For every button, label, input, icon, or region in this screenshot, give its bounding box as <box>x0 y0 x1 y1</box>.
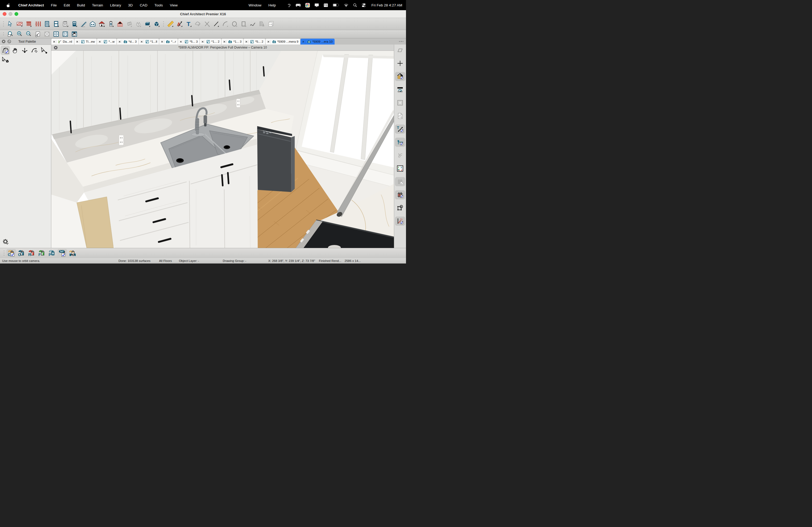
hearing-icon[interactable] <box>287 3 291 7</box>
control-center-icon[interactable] <box>362 3 366 7</box>
tab-camera-2[interactable]: *...r <box>159 39 178 45</box>
tab-close-icon[interactable] <box>76 40 79 44</box>
status-floors[interactable]: All Floors <box>159 259 172 262</box>
temp-dimensions-icon[interactable]: T <box>395 124 405 134</box>
tab-close-icon[interactable] <box>118 40 122 44</box>
door-tool[interactable] <box>42 19 52 29</box>
close-window-button[interactable] <box>3 12 6 16</box>
tab-layout-2[interactable]: *...w <box>97 39 117 45</box>
soffit-tool[interactable] <box>143 19 152 29</box>
layout-sheet-icon[interactable] <box>395 46 405 55</box>
tab-layout-3[interactable]: *1...ll <box>139 39 160 45</box>
menu-item-3d[interactable]: 3D <box>125 3 136 7</box>
zoom-out[interactable] <box>24 31 33 37</box>
wifi-icon[interactable] <box>344 3 349 7</box>
window-tool[interactable] <box>52 19 61 29</box>
outline-render-button[interactable]: O <box>17 249 26 258</box>
minimize-window-button[interactable] <box>9 12 12 16</box>
skylight-tool[interactable] <box>106 19 115 29</box>
search-icon[interactable] <box>353 3 357 7</box>
toolbar-drag-handle[interactable] <box>3 21 4 27</box>
tab-layout-6[interactable]: *5... 2 <box>244 39 265 45</box>
wall-tool[interactable] <box>15 19 24 29</box>
tab-layout-5[interactable]: *1... 2 <box>200 39 221 45</box>
elevation-view-tool[interactable] <box>257 19 266 29</box>
tab-layout-1[interactable]: Tl...ew <box>74 39 97 45</box>
status-object-layer[interactable]: Object Layer: - <box>179 259 199 262</box>
chrome-icon[interactable] <box>305 3 310 7</box>
arc-tool[interactable] <box>221 19 230 29</box>
tab-close-icon[interactable] <box>53 40 56 44</box>
tab-close-icon[interactable] <box>302 40 306 44</box>
select-tool[interactable] <box>6 19 15 29</box>
cad-detail-tool[interactable]: CAD <box>266 19 276 29</box>
delete-temp-dimensions-icon[interactable] <box>395 138 405 147</box>
palette-close-icon[interactable] <box>2 40 6 44</box>
line-tool[interactable] <box>212 19 221 29</box>
spline-tool[interactable] <box>248 19 257 29</box>
orbit-camera-tool[interactable] <box>1 46 10 55</box>
angle-snaps-icon[interactable] <box>395 216 405 226</box>
toolbar-drag-handle-2[interactable] <box>3 32 4 36</box>
fixture-tool[interactable] <box>70 19 79 29</box>
tab-plan-dashboard[interactable]: Da...rd <box>51 39 74 45</box>
viewport-3d-canvas[interactable] <box>51 51 394 248</box>
rebuild-3d-icon[interactable] <box>395 85 405 94</box>
pan-tool[interactable] <box>10 46 19 55</box>
apple-menu-icon[interactable] <box>6 3 10 7</box>
preview-render-button[interactable]: P <box>47 249 57 258</box>
circle-tool[interactable] <box>230 19 239 29</box>
tab-close-icon[interactable] <box>140 40 144 44</box>
railing-tool[interactable] <box>24 19 33 29</box>
menu-item-file[interactable]: File <box>47 3 60 7</box>
zoom-window-button[interactable] <box>14 12 18 16</box>
tilt-tool[interactable] <box>30 46 39 55</box>
terrain-tool[interactable] <box>125 19 134 29</box>
expand-view[interactable] <box>61 31 70 37</box>
menu-clock[interactable]: Fri Feb 28 4:27 AM <box>371 3 402 7</box>
framing-tool[interactable] <box>115 19 125 29</box>
menu-item-tools[interactable]: Tools <box>151 3 166 7</box>
fill-window[interactable] <box>52 31 61 37</box>
red-line-render-button[interactable]: R <box>27 249 37 258</box>
display-icon[interactable] <box>315 3 319 7</box>
spray-apply-button[interactable] <box>68 249 77 258</box>
battery-icon[interactable] <box>333 3 339 7</box>
cabinet-tool[interactable] <box>61 19 70 29</box>
plant-tool[interactable] <box>134 19 143 29</box>
gear-icon[interactable] <box>2 238 9 245</box>
toolbar-drag-handle-3[interactable] <box>3 250 5 257</box>
menu-item-view[interactable]: View <box>166 3 181 7</box>
tab-camera-1[interactable]: *d... 3 <box>117 39 139 45</box>
tab-camera-10-active[interactable]: *5909 ...era 10 <box>301 39 334 45</box>
tab-camera-3[interactable]: *1... 3 <box>221 39 244 45</box>
undo-zoom[interactable] <box>33 31 42 37</box>
auto-rebuild-3d-icon[interactable] <box>395 72 405 81</box>
menu-item-cad[interactable]: CAD <box>136 3 151 7</box>
text-tool[interactable]: T <box>184 19 193 29</box>
cross-box-tool[interactable] <box>202 19 212 29</box>
revision-cloud-tool[interactable] <box>193 19 202 29</box>
dolly-tool[interactable] <box>20 46 29 55</box>
floor-tool[interactable] <box>88 19 97 29</box>
tab-close-icon[interactable] <box>267 40 271 44</box>
roof-tool[interactable] <box>97 19 106 29</box>
menu-app-name[interactable]: Chief Architect <box>15 3 47 7</box>
tab-close-icon[interactable] <box>179 40 183 44</box>
paint-mode-toggle[interactable] <box>57 249 67 258</box>
rectangle-tool[interactable] <box>239 19 248 29</box>
game-controller-icon[interactable] <box>296 3 301 7</box>
color-render-button[interactable]: C <box>6 249 16 258</box>
tab-close-icon[interactable] <box>201 40 205 44</box>
tab-close-icon[interactable] <box>223 40 227 44</box>
menu-item-edit[interactable]: Edit <box>60 3 73 7</box>
selected-region-zoom[interactable] <box>6 31 15 37</box>
palette-float-icon[interactable] <box>7 40 11 44</box>
select-orbit-object-tool[interactable] <box>1 55 10 65</box>
menu-item-help[interactable]: Help <box>265 3 279 7</box>
stairs-tool[interactable] <box>79 19 88 29</box>
axes-icon[interactable]: zyx <box>395 164 405 173</box>
final-render-button[interactable]: F <box>37 249 47 258</box>
primitive-box-tool[interactable] <box>152 19 161 29</box>
menu-item-build[interactable]: Build <box>74 3 89 7</box>
